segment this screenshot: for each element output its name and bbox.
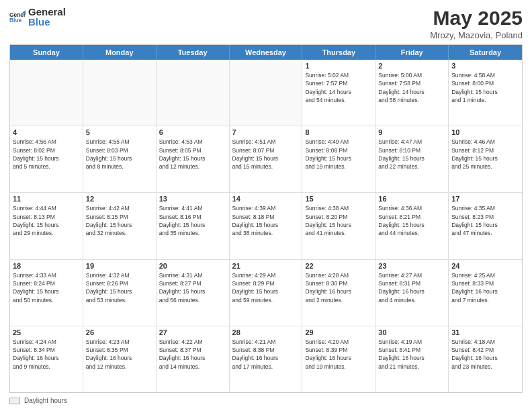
day-info: Sunrise: 4:20 AMSunset: 8:39 PMDaylight:… (305, 338, 372, 371)
day-number: 17 (451, 195, 519, 203)
day-info: Sunrise: 4:39 AMSunset: 8:18 PMDaylight:… (232, 204, 300, 237)
day-number: 30 (378, 328, 445, 336)
day-number: 12 (86, 195, 153, 203)
table-row: 18Sunrise: 4:33 AMSunset: 8:24 PMDayligh… (10, 260, 83, 326)
day-info: Sunrise: 4:27 AMSunset: 8:31 PMDaylight:… (378, 271, 445, 304)
day-number: 3 (451, 62, 519, 70)
calendar-header-tuesday: Tuesday (157, 45, 230, 60)
day-number: 23 (378, 262, 445, 270)
day-number: 14 (232, 195, 300, 203)
calendar-header-monday: Monday (83, 45, 157, 60)
day-info: Sunrise: 4:24 AMSunset: 8:34 PMDaylight:… (13, 338, 80, 371)
day-number: 21 (232, 262, 300, 270)
table-row: 9Sunrise: 4:47 AMSunset: 8:10 PMDaylight… (375, 126, 449, 192)
table-row: 14Sunrise: 4:39 AMSunset: 8:18 PMDayligh… (230, 193, 303, 259)
day-number: 10 (451, 128, 519, 136)
day-info: Sunrise: 4:49 AMSunset: 8:08 PMDaylight:… (305, 138, 372, 171)
daylight-label: Daylight hours (24, 397, 67, 404)
day-number: 31 (451, 328, 519, 336)
daylight-box-icon (9, 398, 20, 404)
day-number: 4 (13, 128, 80, 136)
calendar-header-sunday: Sunday (10, 45, 83, 60)
table-row: 1Sunrise: 5:02 AMSunset: 7:57 PMDaylight… (302, 60, 375, 126)
table-row: 5Sunrise: 4:55 AMSunset: 8:03 PMDaylight… (83, 126, 157, 192)
day-number: 13 (159, 195, 226, 203)
day-info: Sunrise: 4:31 AMSunset: 8:27 PMDaylight:… (159, 271, 226, 304)
sub-title: Mrozy, Mazovia, Poland (430, 30, 523, 40)
day-info: Sunrise: 4:44 AMSunset: 8:13 PMDaylight:… (13, 204, 80, 237)
table-row: 2Sunrise: 5:00 AMSunset: 7:58 PMDaylight… (375, 60, 449, 126)
table-row: 23Sunrise: 4:27 AMSunset: 8:31 PMDayligh… (375, 260, 449, 326)
logo-icon: General Blue (9, 9, 26, 26)
table-row: 4Sunrise: 4:56 AMSunset: 8:02 PMDaylight… (10, 126, 83, 192)
main-title: May 2025 (430, 7, 523, 29)
day-info: Sunrise: 5:02 AMSunset: 7:57 PMDaylight:… (305, 71, 372, 104)
calendar-body: 1Sunrise: 5:02 AMSunset: 7:57 PMDaylight… (10, 60, 522, 392)
day-number: 29 (305, 328, 372, 336)
day-info: Sunrise: 5:00 AMSunset: 7:58 PMDaylight:… (378, 71, 445, 104)
table-row: 13Sunrise: 4:41 AMSunset: 8:16 PMDayligh… (157, 193, 230, 259)
day-number: 5 (86, 128, 153, 136)
day-info: Sunrise: 4:21 AMSunset: 8:38 PMDaylight:… (232, 338, 300, 371)
table-row: 6Sunrise: 4:53 AMSunset: 8:05 PMDaylight… (157, 126, 230, 192)
table-row: 22Sunrise: 4:28 AMSunset: 8:30 PMDayligh… (302, 260, 375, 326)
day-number: 11 (13, 195, 80, 203)
day-number: 27 (159, 328, 226, 336)
table-row (157, 60, 230, 126)
day-info: Sunrise: 4:23 AMSunset: 8:35 PMDaylight:… (86, 338, 153, 371)
calendar-header-friday: Friday (375, 45, 449, 60)
logo: General Blue General Blue (9, 7, 66, 28)
table-row: 27Sunrise: 4:22 AMSunset: 8:37 PMDayligh… (157, 326, 230, 392)
day-number: 1 (305, 62, 372, 70)
table-row: 3Sunrise: 4:58 AMSunset: 8:00 PMDaylight… (449, 60, 522, 126)
table-row: 7Sunrise: 4:51 AMSunset: 8:07 PMDaylight… (230, 126, 303, 192)
day-info: Sunrise: 4:29 AMSunset: 8:29 PMDaylight:… (232, 271, 300, 304)
table-row (10, 60, 83, 126)
page: General Blue General Blue May 2025 Mrozy… (0, 0, 532, 411)
day-number: 26 (86, 328, 153, 336)
day-info: Sunrise: 4:53 AMSunset: 8:05 PMDaylight:… (159, 138, 226, 171)
day-number: 9 (378, 128, 445, 136)
table-row: 24Sunrise: 4:25 AMSunset: 8:33 PMDayligh… (449, 260, 522, 326)
table-row: 26Sunrise: 4:23 AMSunset: 8:35 PMDayligh… (83, 326, 157, 392)
day-number: 16 (378, 195, 445, 203)
calendar-header-saturday: Saturday (449, 45, 522, 60)
day-number: 7 (232, 128, 300, 136)
day-info: Sunrise: 4:42 AMSunset: 8:15 PMDaylight:… (86, 204, 153, 237)
day-info: Sunrise: 4:32 AMSunset: 8:26 PMDaylight:… (86, 271, 153, 304)
table-row: 30Sunrise: 4:19 AMSunset: 8:41 PMDayligh… (375, 326, 449, 392)
day-info: Sunrise: 4:51 AMSunset: 8:07 PMDaylight:… (232, 138, 300, 171)
day-info: Sunrise: 4:38 AMSunset: 8:20 PMDaylight:… (305, 204, 372, 237)
header: General Blue General Blue May 2025 Mrozy… (9, 7, 523, 40)
day-number: 18 (13, 262, 80, 270)
calendar-week-5: 25Sunrise: 4:24 AMSunset: 8:34 PMDayligh… (10, 326, 522, 392)
day-number: 24 (451, 262, 519, 270)
day-info: Sunrise: 4:55 AMSunset: 8:03 PMDaylight:… (86, 138, 153, 171)
day-number: 20 (159, 262, 226, 270)
logo-blue-text: Blue (28, 17, 66, 28)
table-row (230, 60, 303, 126)
day-number: 8 (305, 128, 372, 136)
day-info: Sunrise: 4:25 AMSunset: 8:33 PMDaylight:… (451, 271, 519, 304)
day-info: Sunrise: 4:19 AMSunset: 8:41 PMDaylight:… (378, 338, 445, 371)
day-info: Sunrise: 4:58 AMSunset: 8:00 PMDaylight:… (451, 71, 519, 104)
calendar-week-2: 4Sunrise: 4:56 AMSunset: 8:02 PMDaylight… (10, 126, 522, 193)
day-info: Sunrise: 4:47 AMSunset: 8:10 PMDaylight:… (378, 138, 445, 171)
table-row: 11Sunrise: 4:44 AMSunset: 8:13 PMDayligh… (10, 193, 83, 259)
day-info: Sunrise: 4:41 AMSunset: 8:16 PMDaylight:… (159, 204, 226, 237)
table-row: 19Sunrise: 4:32 AMSunset: 8:26 PMDayligh… (83, 260, 157, 326)
day-number: 2 (378, 62, 445, 70)
footer: Daylight hours (9, 397, 523, 404)
day-number: 6 (159, 128, 226, 136)
table-row: 20Sunrise: 4:31 AMSunset: 8:27 PMDayligh… (157, 260, 230, 326)
day-info: Sunrise: 4:36 AMSunset: 8:21 PMDaylight:… (378, 204, 445, 237)
calendar-week-3: 11Sunrise: 4:44 AMSunset: 8:13 PMDayligh… (10, 193, 522, 259)
table-row: 31Sunrise: 4:18 AMSunset: 8:42 PMDayligh… (449, 326, 522, 392)
calendar-header-thursday: Thursday (302, 45, 375, 60)
day-info: Sunrise: 4:56 AMSunset: 8:02 PMDaylight:… (13, 138, 80, 171)
table-row: 8Sunrise: 4:49 AMSunset: 8:08 PMDaylight… (302, 126, 375, 192)
table-row: 12Sunrise: 4:42 AMSunset: 8:15 PMDayligh… (83, 193, 157, 259)
day-number: 22 (305, 262, 372, 270)
table-row: 29Sunrise: 4:20 AMSunset: 8:39 PMDayligh… (302, 326, 375, 392)
day-info: Sunrise: 4:35 AMSunset: 8:23 PMDaylight:… (451, 204, 519, 237)
